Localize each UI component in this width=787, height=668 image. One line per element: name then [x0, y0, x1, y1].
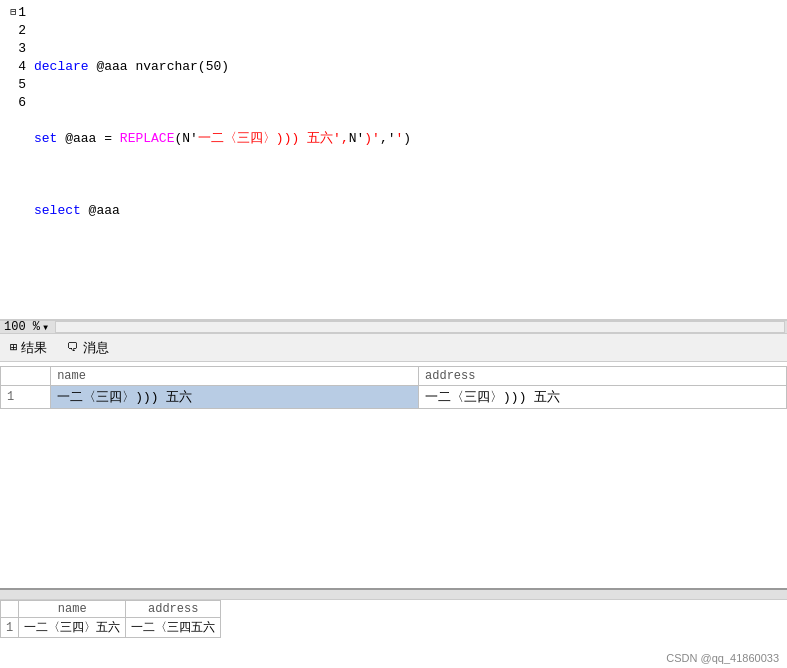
- zoom-dropdown-icon[interactable]: ▾: [42, 320, 49, 335]
- code-line-3: select @aaa: [34, 202, 787, 220]
- keyword-set: set: [34, 130, 65, 148]
- zoom-control: 100 % ▾: [0, 320, 53, 335]
- table-row: 1 一二〈三四〉))) 五六 一二〈三四〉))) 五六: [1, 386, 787, 409]
- line-num-2: 2: [4, 22, 26, 40]
- bottom-col-name: name: [19, 601, 126, 618]
- bottom-panel: name address 1 一二〈三四〉五六 一二〈三四五六 CSDN @qq…: [0, 588, 787, 668]
- bottom-table-row: 1 一二〈三四〉五六 一二〈三四五六: [1, 618, 221, 638]
- code-line-4: [34, 274, 787, 292]
- line-num-6: 6: [4, 94, 26, 112]
- bottom-header-row: name address: [1, 601, 221, 618]
- bottom-cell-address-1: 一二〈三四五六: [126, 618, 221, 638]
- row-num-header: [1, 367, 51, 386]
- results-header-row: name address: [1, 367, 787, 386]
- bottom-col-address: address: [126, 601, 221, 618]
- tabs-bar: ⊞ 结果 🗨 消息: [0, 334, 787, 362]
- tab-messages[interactable]: 🗨 消息: [57, 334, 119, 362]
- keyword-declare: declare: [34, 58, 96, 76]
- line-num-3: 3: [4, 40, 26, 58]
- code-editor: ⊟ 1 2 3 4 5 6: [0, 0, 787, 320]
- results-icon: ⊞: [10, 340, 17, 355]
- horizontal-scrollbar[interactable]: [55, 321, 785, 333]
- main-container: ⊟ 1 2 3 4 5 6: [0, 0, 787, 668]
- zoom-value: 100 %: [4, 320, 40, 334]
- code-content: declare @aaa nvarchar(50) set @aaa = REP…: [30, 0, 787, 319]
- results-table: name address 1 一二〈三四〉))) 五六 一二〈三四〉))) 五六: [0, 366, 787, 409]
- bottom-scrollbar[interactable]: [0, 590, 787, 600]
- func-replace-1: REPLACE: [120, 130, 175, 148]
- line-num-1: ⊟ 1: [4, 4, 26, 22]
- bottom-results-table: name address 1 一二〈三四〉五六 一二〈三四五六: [0, 600, 221, 638]
- line-num-4: 4: [4, 58, 26, 76]
- col-header-address: address: [419, 367, 787, 386]
- bottom-cell-name-1: 一二〈三四〉五六: [19, 618, 126, 638]
- code-line-1: declare @aaa nvarchar(50): [34, 58, 787, 76]
- cell-name-1: 一二〈三四〉))) 五六: [51, 386, 419, 409]
- bottom-row-num-header: [1, 601, 19, 618]
- line-num-5: 5: [4, 76, 26, 94]
- tab-results[interactable]: ⊞ 结果: [0, 334, 57, 362]
- row-number-1: 1: [1, 386, 51, 409]
- watermark: CSDN @qq_41860033: [666, 652, 779, 664]
- bottom-row-num-1: 1: [1, 618, 19, 638]
- tab-results-label: 结果: [21, 339, 47, 357]
- line-numbers: ⊟ 1 2 3 4 5 6: [0, 0, 30, 319]
- messages-icon: 🗨: [67, 340, 79, 355]
- editor-scrollbar: 100 % ▾: [0, 320, 787, 334]
- collapse-icon-1[interactable]: ⊟: [10, 4, 16, 22]
- tab-messages-label: 消息: [83, 339, 109, 357]
- cell-address-1: 一二〈三四〉))) 五六: [419, 386, 787, 409]
- keyword-select-1: select: [34, 202, 89, 220]
- col-header-name: name: [51, 367, 419, 386]
- code-line-2: set @aaa = REPLACE(N'一二〈三四〉))) 五六',N')',…: [34, 130, 787, 148]
